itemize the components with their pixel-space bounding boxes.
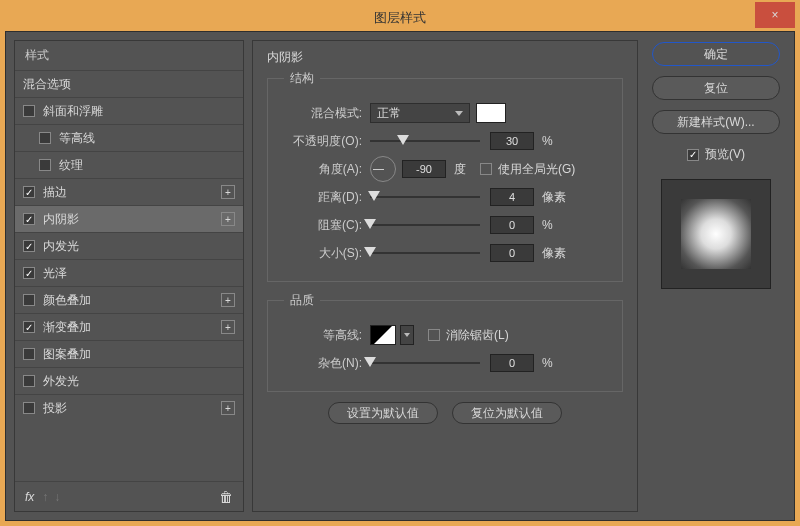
style-item-3[interactable]: 纹理 [15, 151, 243, 178]
style-item-5[interactable]: 内阴影+ [15, 205, 243, 232]
style-label: 内阴影 [43, 211, 79, 228]
structure-legend: 结构 [284, 70, 320, 87]
style-checkbox[interactable] [23, 294, 35, 306]
angle-label: 角度(A): [284, 161, 362, 178]
noise-label: 杂色(N): [284, 355, 362, 372]
choke-unit: % [542, 218, 553, 232]
size-label: 大小(S): [284, 245, 362, 262]
trash-icon[interactable]: 🗑 [219, 489, 233, 505]
style-checkbox[interactable] [23, 240, 35, 252]
close-button[interactable]: × [755, 2, 795, 28]
panel-title: 内阴影 [267, 49, 623, 66]
quality-group: 品质 等高线: 消除锯齿(L) 杂色(N): % [267, 292, 623, 392]
style-label: 渐变叠加 [43, 319, 91, 336]
distance-label: 距离(D): [284, 189, 362, 206]
angle-input[interactable] [402, 160, 446, 178]
choke-input[interactable] [490, 216, 534, 234]
contour-label: 等高线: [284, 327, 362, 344]
style-checkbox[interactable] [23, 186, 35, 198]
sidebar-footer: fx ↑ ↓ 🗑 [15, 481, 243, 511]
noise-unit: % [542, 356, 553, 370]
add-effect-icon[interactable]: + [221, 401, 235, 415]
style-checkbox[interactable] [23, 402, 35, 414]
angle-dial[interactable] [370, 156, 396, 182]
style-label: 外发光 [43, 373, 79, 390]
choke-slider[interactable] [370, 224, 480, 226]
style-label: 颜色叠加 [43, 292, 91, 309]
size-unit: 像素 [542, 245, 566, 262]
distance-slider[interactable] [370, 196, 480, 198]
style-checkbox[interactable] [23, 321, 35, 333]
size-input[interactable] [490, 244, 534, 262]
style-item-12[interactable]: 投影+ [15, 394, 243, 421]
window-title: 图层样式 [374, 9, 426, 27]
blend-mode-select[interactable]: 正常 [370, 103, 470, 123]
style-item-2[interactable]: 等高线 [15, 124, 243, 151]
preview-swatch [681, 199, 751, 269]
global-light-checkbox[interactable] [480, 163, 492, 175]
style-label: 光泽 [43, 265, 67, 282]
close-icon: × [771, 8, 778, 22]
style-item-1[interactable]: 斜面和浮雕 [15, 97, 243, 124]
noise-slider[interactable] [370, 362, 480, 364]
contour-dropdown[interactable] [400, 325, 414, 345]
blend-mode-label: 混合模式: [284, 105, 362, 122]
new-style-button[interactable]: 新建样式(W)... [652, 110, 780, 134]
style-item-0[interactable]: 混合选项 [15, 70, 243, 97]
ok-button[interactable]: 确定 [652, 42, 780, 66]
noise-input[interactable] [490, 354, 534, 372]
antialias-label: 消除锯齿(L) [446, 327, 509, 344]
style-checkbox[interactable] [23, 348, 35, 360]
style-checkbox[interactable] [39, 132, 51, 144]
make-default-button[interactable]: 设置为默认值 [328, 402, 438, 424]
style-item-4[interactable]: 描边+ [15, 178, 243, 205]
distance-unit: 像素 [542, 189, 566, 206]
style-checkbox[interactable] [39, 159, 51, 171]
style-checkbox[interactable] [23, 375, 35, 387]
cancel-button[interactable]: 复位 [652, 76, 780, 100]
add-effect-icon[interactable]: + [221, 185, 235, 199]
size-slider[interactable] [370, 252, 480, 254]
opacity-input[interactable] [490, 132, 534, 150]
sidebar-header: 样式 [15, 41, 243, 70]
preview-box [661, 179, 771, 289]
opacity-slider[interactable] [370, 140, 480, 142]
titlebar: 图层样式 × [5, 5, 795, 31]
preview-label: 预览(V) [705, 146, 745, 163]
add-effect-icon[interactable]: + [221, 293, 235, 307]
global-light-label: 使用全局光(G) [498, 161, 575, 178]
style-label: 内发光 [43, 238, 79, 255]
style-item-8[interactable]: 颜色叠加+ [15, 286, 243, 313]
preview-checkbox[interactable] [687, 149, 699, 161]
opacity-label: 不透明度(O): [284, 133, 362, 150]
style-label: 斜面和浮雕 [43, 103, 103, 120]
reset-default-button[interactable]: 复位为默认值 [452, 402, 562, 424]
preview-toggle[interactable]: 预览(V) [687, 146, 745, 163]
add-effect-icon[interactable]: + [221, 212, 235, 226]
fx-menu[interactable]: fx [25, 490, 34, 504]
structure-group: 结构 混合模式: 正常 不透明度(O): % 角度(A): 度 [267, 70, 623, 282]
style-label: 描边 [43, 184, 67, 201]
right-column: 确定 复位 新建样式(W)... 预览(V) [646, 40, 786, 512]
arrow-down-icon[interactable]: ↓ [54, 490, 60, 504]
contour-picker[interactable] [370, 325, 396, 345]
antialias-checkbox[interactable] [428, 329, 440, 341]
style-item-6[interactable]: 内发光 [15, 232, 243, 259]
add-effect-icon[interactable]: + [221, 320, 235, 334]
style-label: 混合选项 [23, 76, 71, 93]
style-item-7[interactable]: 光泽 [15, 259, 243, 286]
style-checkbox[interactable] [23, 105, 35, 117]
style-label: 投影 [43, 400, 67, 417]
choke-label: 阻塞(C): [284, 217, 362, 234]
quality-legend: 品质 [284, 292, 320, 309]
styles-sidebar: 样式 混合选项斜面和浮雕等高线纹理描边+内阴影+内发光光泽颜色叠加+渐变叠加+图… [14, 40, 244, 512]
arrow-up-icon[interactable]: ↑ [42, 490, 48, 504]
style-item-10[interactable]: 图案叠加 [15, 340, 243, 367]
style-label: 纹理 [59, 157, 83, 174]
style-item-11[interactable]: 外发光 [15, 367, 243, 394]
color-swatch[interactable] [476, 103, 506, 123]
style-checkbox[interactable] [23, 267, 35, 279]
style-item-9[interactable]: 渐变叠加+ [15, 313, 243, 340]
distance-input[interactable] [490, 188, 534, 206]
style-checkbox[interactable] [23, 213, 35, 225]
